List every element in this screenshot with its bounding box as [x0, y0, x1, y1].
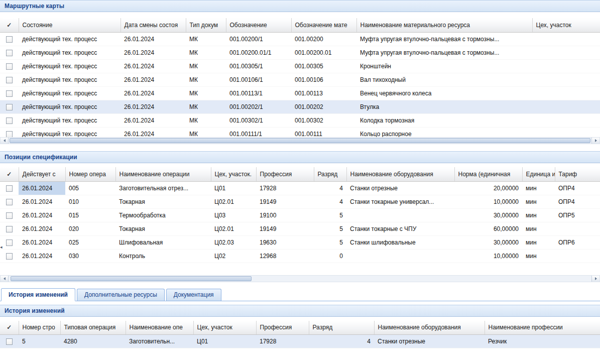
select-all-header[interactable]: ✓: [0, 167, 19, 181]
cell[interactable]: Муфта упругая втулочно-пальцевая с тормо…: [356, 32, 532, 46]
cell[interactable]: действующий тех. процесс: [19, 86, 121, 100]
table-row[interactable]: 26.01.2024015ТермообработкаЦ0319100530,0…: [0, 208, 600, 222]
cell[interactable]: 17928: [256, 181, 314, 195]
cell[interactable]: 17928: [256, 335, 309, 348]
cell[interactable]: Станки отрезные: [374, 335, 485, 348]
table-row[interactable]: 26.01.2024030КонтрольЦ0212968010,00000ми…: [0, 249, 600, 263]
cell[interactable]: Колодка тормозная: [356, 113, 532, 127]
column-header[interactable]: Единица и: [522, 167, 555, 181]
cell[interactable]: 19100: [256, 208, 314, 222]
cell[interactable]: действующий тех. процесс: [19, 46, 121, 59]
table-row[interactable]: действующий тех. процесс26.01.2024МК001.…: [0, 32, 600, 46]
cell[interactable]: действующий тех. процесс: [19, 127, 121, 137]
table-row[interactable]: действующий тех. процесс26.01.2024МК001.…: [0, 100, 600, 113]
cell[interactable]: МК: [186, 127, 226, 137]
cell[interactable]: 025: [65, 235, 115, 249]
cell[interactable]: МК: [186, 46, 226, 59]
cell[interactable]: МК: [186, 86, 226, 100]
cell[interactable]: 20,00000: [454, 181, 522, 195]
column-header[interactable]: Номер опера: [65, 167, 115, 181]
cell[interactable]: 26.01.2024: [19, 208, 65, 222]
cell[interactable]: [532, 32, 600, 46]
cell[interactable]: 4280: [60, 335, 126, 348]
cell[interactable]: 030: [65, 249, 115, 263]
cell[interactable]: 26.01.2024: [121, 100, 186, 113]
cell[interactable]: 26.01.2024: [19, 195, 65, 208]
column-header[interactable]: Разряд: [309, 321, 374, 335]
cell[interactable]: Станки шлифовальные: [346, 235, 454, 249]
cell[interactable]: [532, 73, 600, 86]
route-maps-hscrollbar[interactable]: [0, 137, 600, 144]
cell[interactable]: Ц03: [211, 208, 256, 222]
column-header[interactable]: Наименование оборудования: [374, 321, 485, 335]
cell[interactable]: Резчик: [485, 335, 600, 348]
cell[interactable]: 001.00302/1: [226, 113, 291, 127]
cell[interactable]: 26.01.2024: [121, 127, 186, 137]
cell[interactable]: 0: [314, 249, 346, 263]
cell[interactable]: [532, 46, 600, 59]
cell[interactable]: 60,00000: [454, 222, 522, 235]
table-row[interactable]: действующий тех. процесс26.01.2024МК001.…: [0, 73, 600, 86]
cell[interactable]: 19630: [256, 235, 314, 249]
cell[interactable]: Ц01: [193, 335, 256, 348]
cell[interactable]: 001.00111/1: [226, 127, 291, 137]
cell[interactable]: 30,00000: [454, 235, 522, 249]
cell[interactable]: 26.01.2024: [121, 73, 186, 86]
table-row[interactable]: действующий тех. процесс26.01.2024МК001.…: [0, 86, 600, 100]
cell[interactable]: 5: [314, 222, 346, 235]
cell[interactable]: 015: [65, 208, 115, 222]
spec-positions-hscrollbar[interactable]: [0, 275, 600, 282]
column-header[interactable]: Наименование опе: [126, 321, 193, 335]
cell[interactable]: 4: [314, 195, 346, 208]
row-checkbox[interactable]: [6, 117, 13, 124]
cell[interactable]: [532, 100, 600, 113]
cell[interactable]: 010: [65, 195, 115, 208]
row-checkbox[interactable]: [6, 36, 13, 43]
cell[interactable]: Кронштейн: [356, 59, 532, 73]
column-header[interactable]: Цех, участок: [193, 321, 256, 335]
cell[interactable]: 001.00200.01/1: [226, 46, 291, 59]
cell[interactable]: Заготовительн...: [126, 335, 193, 348]
scroll-left-button[interactable]: [1, 138, 9, 144]
column-header[interactable]: Дата смены состоя: [121, 18, 186, 32]
cell[interactable]: Втулка: [356, 100, 532, 113]
cell[interactable]: 26.01.2024: [121, 113, 186, 127]
cell[interactable]: Ц01: [211, 181, 256, 195]
cell[interactable]: [346, 208, 454, 222]
row-checkbox[interactable]: [6, 212, 13, 219]
column-header[interactable]: Профессия: [256, 167, 314, 181]
cell[interactable]: мин: [522, 181, 555, 195]
row-checkbox[interactable]: [6, 131, 13, 137]
cell[interactable]: 4: [314, 181, 346, 195]
cell[interactable]: 19149: [256, 222, 314, 235]
cell[interactable]: 001.00106: [291, 73, 356, 86]
cell[interactable]: 5: [19, 335, 60, 348]
cell[interactable]: 26.01.2024: [19, 222, 65, 235]
column-header[interactable]: Состояние: [19, 18, 121, 32]
table-row[interactable]: действующий тех. процесс26.01.2024МК001.…: [0, 59, 600, 73]
cell[interactable]: мин: [522, 208, 555, 222]
column-header[interactable]: Наименование оборудования: [346, 167, 454, 181]
cell[interactable]: ОПР4: [555, 195, 600, 208]
row-checkbox[interactable]: [6, 338, 13, 345]
scroll-left-button[interactable]: [1, 276, 9, 282]
cell[interactable]: мин: [522, 195, 555, 208]
cell[interactable]: 30,00000: [454, 208, 522, 222]
cell[interactable]: [346, 249, 454, 263]
cell[interactable]: 12968: [256, 249, 314, 263]
table-row[interactable]: действующий тех. процесс26.01.2024МК001.…: [0, 46, 600, 59]
cell[interactable]: [532, 113, 600, 127]
cell[interactable]: 26.01.2024: [19, 181, 65, 195]
cell[interactable]: 001.00200/1: [226, 32, 291, 46]
tab-history[interactable]: История изменений: [1, 288, 75, 301]
cell[interactable]: Муфта упругая втулочно-пальцевая с тормо…: [356, 46, 532, 59]
scroll-right-button[interactable]: [591, 138, 599, 144]
row-checkbox[interactable]: [6, 226, 13, 232]
cell[interactable]: Кольцо распорное: [356, 127, 532, 137]
cell[interactable]: Токарная: [115, 222, 211, 235]
cell[interactable]: 005: [65, 181, 115, 195]
cell[interactable]: Ц02: [211, 249, 256, 263]
cell[interactable]: Термообработка: [115, 208, 211, 222]
cell[interactable]: 26.01.2024: [19, 249, 65, 263]
cell[interactable]: 001.00106/1: [226, 73, 291, 86]
